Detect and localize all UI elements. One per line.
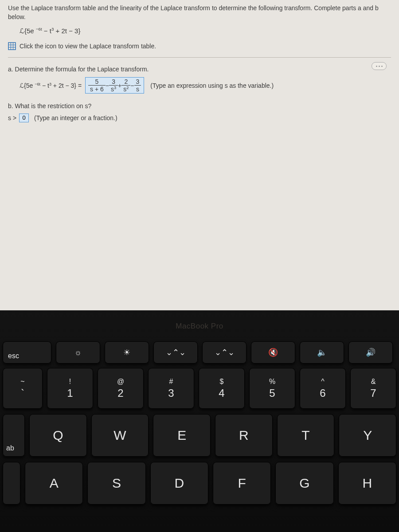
part-a-hint: (Type an expression using s as the varia…: [150, 81, 274, 90]
key-E[interactable]: E: [153, 414, 211, 457]
key-tab[interactable]: ab: [3, 414, 25, 457]
key-volup[interactable]: 🔊: [348, 341, 393, 364]
part-b-prefix: s >: [8, 113, 16, 122]
key-1[interactable]: !1: [47, 368, 93, 409]
key-caps[interactable]: [3, 462, 20, 505]
key-esc[interactable]: esc: [3, 341, 51, 364]
key-`[interactable]: ~`: [3, 368, 43, 409]
part-a-label: a. Determine the formula for the Laplace…: [8, 65, 391, 74]
part-b-label: b. What is the restriction on s?: [8, 102, 391, 110]
key-G[interactable]: G: [275, 462, 333, 505]
key-brighter[interactable]: ☀: [105, 341, 149, 364]
key-Y[interactable]: Y: [339, 414, 396, 457]
key-H[interactable]: H: [338, 462, 396, 505]
key-spotlight[interactable]: ⌄⌃⌄: [202, 341, 246, 364]
divider: [8, 57, 391, 58]
photo-frame: Use the Laplace transform table and the …: [0, 0, 399, 532]
part-b-hint: (Type an integer or a fraction.): [34, 113, 117, 122]
key-mission[interactable]: ⌄⌃⌄: [153, 341, 198, 364]
key-6[interactable]: ^6: [300, 368, 346, 409]
laptop-brand: MacBook Pro: [0, 322, 399, 331]
key-2[interactable]: @2: [98, 368, 144, 409]
key-7[interactable]: &7: [350, 368, 396, 409]
part-a-equation: ℒ{5e −6t − t3 + 2t − 3} = 5s + 6 − 3s3 +…: [20, 77, 391, 94]
key-R[interactable]: R: [215, 414, 273, 457]
key-3[interactable]: #3: [148, 368, 194, 409]
svg-rect-0: [8, 43, 16, 50]
part-b: b. What is the restriction on s? s > (Ty…: [8, 102, 391, 122]
key-Q[interactable]: Q: [29, 414, 87, 457]
part-b-input[interactable]: [19, 113, 29, 122]
key-A[interactable]: A: [25, 462, 83, 505]
key-4[interactable]: $4: [199, 368, 245, 409]
laplace-table-link[interactable]: Click the icon to view the Laplace trans…: [8, 42, 391, 51]
key-mute[interactable]: 🔇: [251, 341, 295, 364]
part-a: a. Determine the formula for the Laplace…: [8, 65, 391, 94]
key-S[interactable]: S: [87, 462, 145, 505]
table-icon: [8, 42, 16, 50]
key-dimmer[interactable]: ☼: [56, 341, 100, 364]
key-voldown[interactable]: 🔈: [300, 341, 344, 364]
key-F[interactable]: F: [213, 462, 271, 505]
laplace-table-link-text: Click the icon to view the Laplace trans…: [20, 42, 156, 51]
part-a-lhs: ℒ{5e −6t − t3 + 2t − 3} =: [20, 81, 82, 90]
given-expression: ℒ{5e −6t − t3 + 2t − 3}: [20, 26, 391, 36]
problem-screen: Use the Laplace transform table and the …: [0, 0, 399, 310]
prompt-text: Use the Laplace transform table and the …: [8, 4, 391, 22]
key-W[interactable]: W: [91, 414, 149, 457]
key-5[interactable]: %5: [249, 368, 295, 409]
key-T[interactable]: T: [277, 414, 335, 457]
keyboard: esc☼☀⌄⌃⌄⌄⌃⌄🔇🔈🔊 ~`!1@2#3$4%5^6&7 abQWERTY…: [0, 341, 399, 505]
more-options-button[interactable]: [372, 62, 387, 70]
part-a-answer-box[interactable]: 5s + 6 − 3s3 + 2s2 − 3s: [85, 77, 144, 94]
key-D[interactable]: D: [150, 462, 208, 505]
